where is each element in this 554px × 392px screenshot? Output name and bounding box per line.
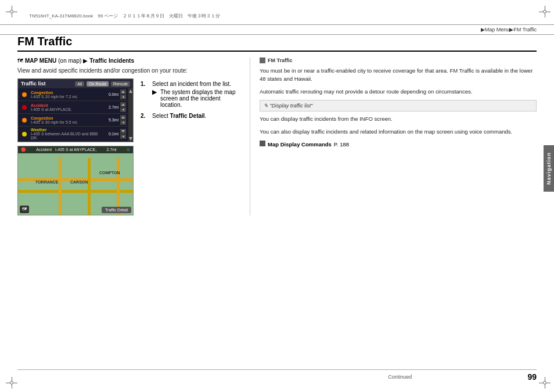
road-vertical-2 xyxy=(88,158,91,215)
menu-path-sub: (on map) xyxy=(58,57,81,64)
table-row[interactable]: Weather I-405 S between AAA BLVD and BBB… xyxy=(18,127,128,142)
tl-body: Congestion I-405 S 20 mph for 7.2 mi. 0.… xyxy=(18,88,133,142)
row-action-down[interactable] xyxy=(120,129,126,134)
row-loc: I-405 S 30 mph for 5.5 mi. xyxy=(31,120,102,124)
link-page: P. 188 xyxy=(334,141,349,148)
row-info: Accident I-405 S at ANYPLACE. xyxy=(31,103,102,112)
tl-rows-container: Congestion I-405 S 20 mph for 7.2 mi. 0.… xyxy=(18,88,128,142)
yellow-dot xyxy=(22,132,27,136)
tl-header: Traffic list All On Route Reroute xyxy=(18,79,133,88)
nav-tab: Navigation xyxy=(544,145,554,192)
row-actions xyxy=(120,89,126,99)
table-row[interactable]: Congestion I-405 S 20 mph for 7.2 mi. 0.… xyxy=(18,88,128,101)
row-action-detail[interactable] xyxy=(120,107,126,112)
link-ref: Map Display Commands P. 188 xyxy=(260,141,537,148)
red-dot xyxy=(22,105,27,110)
road-vertical-1 xyxy=(59,158,62,215)
svg-marker-1 xyxy=(121,103,125,106)
row-action-detail[interactable] xyxy=(120,120,126,125)
map-incident-nav: ⊙ xyxy=(127,148,130,152)
note-box: "Display traffic list" xyxy=(260,100,537,112)
tl-tab-reroute[interactable]: Reroute xyxy=(111,81,130,87)
traffic-list-screenshot: Traffic list All On Route Reroute xyxy=(17,78,134,142)
row-actions xyxy=(120,115,126,125)
map-incident-icon: 🔴 xyxy=(21,148,26,152)
row-action-up[interactable] xyxy=(120,102,126,107)
step-2-bold: Traffic Detail xyxy=(170,113,205,119)
row-action-detail[interactable] xyxy=(120,95,126,99)
right-voice-text: You can also display traffic incidents a… xyxy=(260,128,537,136)
step-2-text: Select Traffic Detail. xyxy=(152,113,206,119)
row-actions xyxy=(120,129,126,139)
svg-marker-3 xyxy=(121,130,125,132)
tl-scrollbar[interactable] xyxy=(128,88,133,142)
arrow-icon: ▶ xyxy=(152,89,157,95)
row-type: Weather xyxy=(31,128,102,132)
row-info: Congestion I-405 S 30 mph for 5.5 mi. xyxy=(31,116,102,124)
two-column-layout: 🗺 MAP MENU (on map) ▶ Traffic Incidents … xyxy=(17,57,537,215)
map-label-compton: COMPTON xyxy=(99,171,120,175)
tl-tab-onroute[interactable]: On Route xyxy=(87,81,109,87)
description: View and avoid specific incidents and/or… xyxy=(17,67,238,74)
row-icon-congestion1 xyxy=(20,91,28,99)
left-column: 🗺 MAP MENU (on map) ▶ Traffic Incidents … xyxy=(17,57,238,215)
row-icon-weather xyxy=(20,130,28,138)
menu-path: 🗺 MAP MENU (on map) ▶ Traffic Incidents xyxy=(17,57,238,64)
orange-dot xyxy=(22,118,27,123)
map-label-torrance: TORRANCE xyxy=(35,180,59,184)
header-bar: ▶Map Menu▶FM Traffic xyxy=(0,24,554,35)
svg-marker-0 xyxy=(121,91,125,93)
link-icon xyxy=(260,141,265,146)
traffic-detail-button[interactable]: Traffic Detail xyxy=(102,207,131,213)
tl-title: Traffic list xyxy=(21,81,73,87)
right-note-text: You can display traffic incidents from t… xyxy=(260,115,537,123)
row-loc: I-405 S 20 mph for 7.2 mi. xyxy=(31,95,102,99)
corner-mark-tl xyxy=(6,6,15,15)
menu-path-section: Traffic Incidents xyxy=(89,57,134,64)
screenshots-column: Traffic list All On Route Reroute xyxy=(17,78,134,215)
row-icon-congestion2 xyxy=(20,116,28,124)
step-2-content: Select Traffic Detail. xyxy=(152,113,206,119)
row-icon-accident xyxy=(20,103,28,112)
row-loc: I-405 S between AAA BLVD and BBB DR. xyxy=(31,132,102,140)
row-action-detail[interactable] xyxy=(120,134,126,139)
step-1-subtext: The system displays the map screen and t… xyxy=(160,89,238,108)
footer-continued: Continued xyxy=(272,374,527,380)
step-1: 1. Select an incident from the list. ▶ T… xyxy=(141,81,238,108)
page-title: FM Traffic xyxy=(17,35,537,52)
menu-path-main: MAP MENU xyxy=(25,57,56,64)
breadcrumb: ▶Map Menu▶FM Traffic xyxy=(481,27,537,33)
row-dist: 5.3mi xyxy=(102,118,118,122)
section-icon xyxy=(260,57,265,63)
row-loc: I-405 S at ANYPLACE. xyxy=(31,107,102,112)
row-type: Congestion xyxy=(31,116,102,120)
step-1-arrow: ▶ The system displays the map screen and… xyxy=(152,89,238,108)
row-action-up[interactable] xyxy=(120,89,126,94)
footer: Continued 99 xyxy=(17,369,537,382)
link-label[interactable]: Map Display Commands xyxy=(268,141,332,148)
tl-tab-all[interactable]: All xyxy=(75,81,84,87)
map-zoom-button[interactable]: 🗺 xyxy=(20,206,29,213)
corner-mark-br xyxy=(539,377,548,386)
file-info: TN516HT_KA-31TM8820.book 99 ページ ２０１１年８月９… xyxy=(29,13,220,19)
map-menu-icon: 🗺 xyxy=(17,57,23,64)
step-1-content: Select an incident from the list. ▶ The … xyxy=(152,81,238,108)
table-row[interactable]: Congestion I-405 S 30 mph for 5.5 mi. 5.… xyxy=(18,114,128,127)
row-action-up[interactable] xyxy=(120,115,126,120)
row-info: Weather I-405 S between AAA BLVD and BBB… xyxy=(31,128,102,140)
row-dist: 0.0mi xyxy=(102,92,118,96)
map-incident-dist: 2.7mi xyxy=(107,148,117,152)
svg-marker-5 xyxy=(129,137,132,141)
corner-mark-tr xyxy=(539,6,548,15)
map-label-carson: CARSON xyxy=(70,180,88,184)
right-section-title: FM Traffic xyxy=(260,57,537,63)
svg-marker-4 xyxy=(129,89,132,93)
table-row[interactable]: Accident I-405 S at ANYPLACE. 2.7mi xyxy=(18,101,128,114)
step-2: 2. Select Traffic Detail. xyxy=(141,113,238,119)
row-dist: 2.7mi xyxy=(102,105,118,109)
map-incident-info: Accident I-405 S at ANYPLACE, xyxy=(36,148,96,152)
row-info: Congestion I-405 S 20 mph for 7.2 mi. xyxy=(31,91,102,99)
row-type: Congestion xyxy=(31,91,102,95)
steps-column: 1. Select an incident from the list. ▶ T… xyxy=(141,81,238,124)
nav-tab-label: Navigation xyxy=(546,152,552,185)
